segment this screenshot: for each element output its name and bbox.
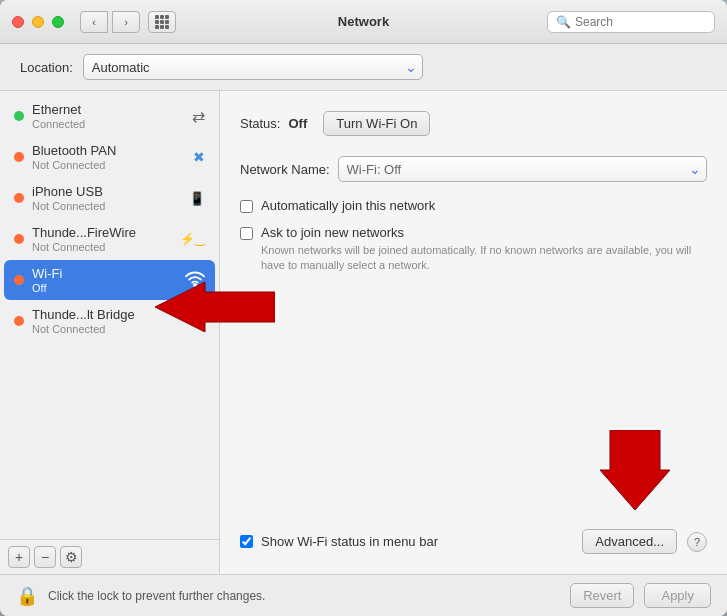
bluetooth-name: Bluetooth PAN <box>32 143 187 158</box>
ethernet-info: Ethernet Connected <box>32 102 186 130</box>
wifi-icon <box>185 271 205 290</box>
bottom-row: Show Wi-Fi status in menu bar Advanced..… <box>240 529 707 554</box>
iphone-name: iPhone USB <box>32 184 183 199</box>
forward-button[interactable]: › <box>112 11 140 33</box>
ethernet-name: Ethernet <box>32 102 186 117</box>
bluetooth-status: Not Connected <box>32 159 187 171</box>
status-dot-bluetooth <box>14 152 24 162</box>
iphone-icon: 📱 <box>189 191 205 206</box>
status-dot-iphone <box>14 193 24 203</box>
gear-icon: ⚙ <box>65 549 78 565</box>
iphone-status: Not Connected <box>32 200 183 212</box>
apply-button[interactable]: Apply <box>644 583 711 608</box>
sidebar-item-iphone-usb[interactable]: iPhone USB Not Connected 📱 <box>4 178 215 218</box>
network-window: ‹ › Network 🔍 Location: Automatic <box>0 0 727 616</box>
sidebar-list: Ethernet Connected ⇄ Bluetooth PAN Not C… <box>0 91 219 539</box>
network-select-wrap: Wi-Fi: Off ⌄ <box>338 156 707 182</box>
location-select-wrap: Automatic ⌄ <box>83 54 423 80</box>
location-bar: Location: Automatic ⌄ <box>0 44 727 91</box>
ask-join-checkbox[interactable] <box>240 227 253 240</box>
auto-join-label: Automatically join this network <box>261 198 435 213</box>
iphone-info: iPhone USB Not Connected <box>32 184 183 212</box>
status-row: Status: Off Turn Wi-Fi On <box>240 111 707 136</box>
right-panel: Status: Off Turn Wi-Fi On Network Name: … <box>220 91 727 574</box>
wifi-name: Wi-Fi <box>32 266 179 281</box>
ask-join-label: Ask to join new networks <box>261 225 404 240</box>
bluetooth-icon: ✖ <box>193 149 205 165</box>
thunderbolt-bridge-icon: ⇄ <box>195 314 205 328</box>
back-button[interactable]: ‹ <box>80 11 108 33</box>
network-name-row: Network Name: Wi-Fi: Off ⌄ <box>240 156 707 182</box>
grid-button[interactable] <box>148 11 176 33</box>
maximize-button[interactable] <box>52 16 64 28</box>
show-wifi-row: Show Wi-Fi status in menu bar <box>240 534 572 549</box>
sidebar-toolbar: + − ⚙ <box>0 539 219 574</box>
search-bar[interactable]: 🔍 <box>547 11 715 33</box>
network-name-label: Network Name: <box>240 162 330 177</box>
search-icon: 🔍 <box>556 15 571 29</box>
revert-button[interactable]: Revert <box>570 583 634 608</box>
status-value: Off <box>288 116 307 131</box>
minimize-button[interactable] <box>32 16 44 28</box>
show-wifi-checkbox[interactable] <box>240 535 253 548</box>
thunderbolt-fw-icon: ⚡‿ <box>180 232 205 246</box>
add-button[interactable]: + <box>8 546 30 568</box>
wifi-status: Off <box>32 282 179 294</box>
ethernet-status: Connected <box>32 118 186 130</box>
sidebar-item-thunderbolt-fw[interactable]: Thunde...FireWire Not Connected ⚡‿ <box>4 219 215 259</box>
wifi-info: Wi-Fi Off <box>32 266 179 294</box>
bottom-bar: 🔒 Click the lock to prevent further chan… <box>0 574 727 616</box>
auto-join-row: Automatically join this network <box>240 198 707 213</box>
gear-button[interactable]: ⚙ <box>60 546 82 568</box>
thunderbolt-bridge-info: Thunde...lt Bridge Not Connected <box>32 307 189 335</box>
sidebar-item-bluetooth[interactable]: Bluetooth PAN Not Connected ✖ <box>4 137 215 177</box>
nav-buttons: ‹ › <box>80 11 140 33</box>
window-title: Network <box>338 14 389 29</box>
spacer <box>240 286 707 519</box>
sidebar-item-thunderbolt-bridge[interactable]: Thunde...lt Bridge Not Connected ⇄ <box>4 301 215 341</box>
thunderbolt-fw-status: Not Connected <box>32 241 174 253</box>
remove-button[interactable]: − <box>34 546 56 568</box>
auto-join-info: Automatically join this network <box>261 198 435 213</box>
title-bar: ‹ › Network 🔍 <box>0 0 727 44</box>
network-name-select[interactable]: Wi-Fi: Off <box>338 156 707 182</box>
lock-text: Click the lock to prevent further change… <box>48 589 560 603</box>
ethernet-icon: ⇄ <box>192 107 205 126</box>
bluetooth-info: Bluetooth PAN Not Connected <box>32 143 187 171</box>
ask-join-row: Ask to join new networks Known networks … <box>240 225 707 274</box>
status-dot-wifi <box>14 275 24 285</box>
turn-wifi-button[interactable]: Turn Wi-Fi On <box>323 111 430 136</box>
advanced-button[interactable]: Advanced... <box>582 529 677 554</box>
status-label: Status: <box>240 116 280 131</box>
lock-icon[interactable]: 🔒 <box>16 585 38 607</box>
main-content: Ethernet Connected ⇄ Bluetooth PAN Not C… <box>0 91 727 574</box>
search-input[interactable] <box>575 15 706 29</box>
show-wifi-label: Show Wi-Fi status in menu bar <box>261 534 438 549</box>
ask-join-note: Known networks will be joined automatica… <box>261 243 707 274</box>
location-select[interactable]: Automatic <box>83 54 423 80</box>
status-dot-thunderbolt-bridge <box>14 316 24 326</box>
help-button[interactable]: ? <box>687 532 707 552</box>
close-button[interactable] <box>12 16 24 28</box>
sidebar-item-ethernet[interactable]: Ethernet Connected ⇄ <box>4 96 215 136</box>
thunderbolt-fw-name: Thunde...FireWire <box>32 225 174 240</box>
ask-join-info: Ask to join new networks Known networks … <box>261 225 707 274</box>
thunderbolt-bridge-name: Thunde...lt Bridge <box>32 307 189 322</box>
sidebar-item-wifi[interactable]: Wi-Fi Off <box>4 260 215 300</box>
thunderbolt-bridge-status: Not Connected <box>32 323 189 335</box>
auto-join-checkbox[interactable] <box>240 200 253 213</box>
grid-icon <box>155 15 169 29</box>
sidebar: Ethernet Connected ⇄ Bluetooth PAN Not C… <box>0 91 220 574</box>
status-dot-thunderbolt-fw <box>14 234 24 244</box>
status-dot-ethernet <box>14 111 24 121</box>
traffic-lights <box>12 16 64 28</box>
thunderbolt-fw-info: Thunde...FireWire Not Connected <box>32 225 174 253</box>
location-label: Location: <box>20 60 73 75</box>
